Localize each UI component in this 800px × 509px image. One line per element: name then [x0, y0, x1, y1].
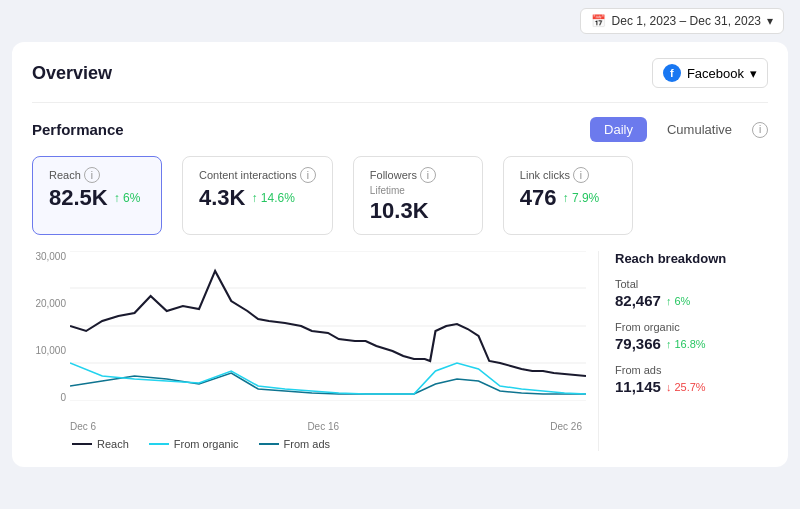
legend-organic: From organic [149, 438, 239, 450]
metric-reach: Reach i 82.5K ↑ 6% [32, 156, 162, 235]
breakdown-total-change: ↑ 6% [666, 295, 690, 307]
tab-daily[interactable]: Daily [590, 117, 647, 142]
link-clicks-change: ↑ 7.9% [563, 191, 600, 205]
breakdown-ads-label: From ads [615, 364, 768, 376]
metric-interactions: Content interactions i 4.3K ↑ 14.6% [182, 156, 333, 235]
performance-title: Performance [32, 121, 124, 138]
platform-selector[interactable]: f Facebook ▾ [652, 58, 768, 88]
main-card: Overview f Facebook ▾ Performance Daily … [12, 42, 788, 467]
metric-followers-label: Followers i [370, 167, 466, 183]
platform-chevron-icon: ▾ [750, 66, 757, 81]
performance-header: Performance Daily Cumulative i [32, 117, 768, 142]
metric-followers-value: 10.3K [370, 198, 466, 224]
overview-header: Overview f Facebook ▾ [32, 58, 768, 88]
metric-interactions-label: Content interactions i [199, 167, 316, 183]
x-label-dec6: Dec 6 [70, 421, 96, 432]
date-range-button[interactable]: 📅 Dec 1, 2023 – Dec 31, 2023 ▾ [580, 8, 784, 34]
top-bar: 📅 Dec 1, 2023 – Dec 31, 2023 ▾ [0, 0, 800, 42]
legend-organic-label: From organic [174, 438, 239, 450]
y-label-0: 0 [32, 392, 66, 403]
y-label-30k: 30,000 [32, 251, 66, 262]
legend-reach-label: Reach [97, 438, 129, 450]
breakdown-ads-change: ↓ 25.7% [666, 381, 706, 393]
facebook-icon: f [663, 64, 681, 82]
legend-organic-line [149, 443, 169, 445]
legend-ads-label: From ads [284, 438, 330, 450]
followers-info-icon[interactable]: i [420, 167, 436, 183]
breakdown-ads: From ads 11,145 ↓ 25.7% [615, 364, 768, 395]
tab-cumulative[interactable]: Cumulative [653, 117, 746, 142]
tab-group: Daily Cumulative i [590, 117, 768, 142]
breakdown-ads-value: 11,145 ↓ 25.7% [615, 378, 768, 395]
performance-section: Performance Daily Cumulative i Reach i 8… [32, 102, 768, 451]
legend-ads: From ads [259, 438, 330, 450]
followers-sublabel: Lifetime [370, 185, 466, 196]
overview-title: Overview [32, 63, 112, 84]
metric-link-clicks-label: Link clicks i [520, 167, 616, 183]
chart-area: 30,000 20,000 10,000 0 [32, 251, 768, 451]
y-label-20k: 20,000 [32, 298, 66, 309]
from-organic-line [70, 363, 586, 394]
x-label-dec26: Dec 26 [550, 421, 582, 432]
metric-followers: Followers i Lifetime 10.3K [353, 156, 483, 235]
breakdown-title: Reach breakdown [615, 251, 768, 266]
breakdown-total-value: 82,467 ↑ 6% [615, 292, 768, 309]
platform-label: Facebook [687, 66, 744, 81]
from-ads-line [70, 373, 586, 394]
x-label-dec16: Dec 16 [307, 421, 339, 432]
breakdown-organic-label: From organic [615, 321, 768, 333]
reach-breakdown: Reach breakdown Total 82,467 ↑ 6% From o… [598, 251, 768, 451]
chart-legend: Reach From organic From ads [32, 438, 586, 450]
reach-info-icon[interactable]: i [84, 167, 100, 183]
reach-line [70, 271, 586, 376]
date-range-label: Dec 1, 2023 – Dec 31, 2023 [612, 14, 761, 28]
legend-reach-line [72, 443, 92, 445]
breakdown-total: Total 82,467 ↑ 6% [615, 278, 768, 309]
info-icon[interactable]: i [752, 122, 768, 138]
metric-link-clicks: Link clicks i 476 ↑ 7.9% [503, 156, 633, 235]
chevron-down-icon: ▾ [767, 14, 773, 28]
calendar-icon: 📅 [591, 14, 606, 28]
chart-svg [70, 251, 586, 401]
metric-link-clicks-value: 476 ↑ 7.9% [520, 185, 616, 211]
reach-change: ↑ 6% [114, 191, 141, 205]
chart-container: 30,000 20,000 10,000 0 [32, 251, 586, 451]
breakdown-organic: From organic 79,366 ↑ 16.8% [615, 321, 768, 352]
y-label-10k: 10,000 [32, 345, 66, 356]
metric-interactions-value: 4.3K ↑ 14.6% [199, 185, 316, 211]
metric-reach-value: 82.5K ↑ 6% [49, 185, 145, 211]
interactions-change: ↑ 14.6% [251, 191, 294, 205]
legend-reach: Reach [72, 438, 129, 450]
metrics-row: Reach i 82.5K ↑ 6% Content interactions … [32, 156, 768, 235]
metric-reach-label: Reach i [49, 167, 145, 183]
breakdown-total-label: Total [615, 278, 768, 290]
legend-ads-line [259, 443, 279, 445]
interactions-info-icon[interactable]: i [300, 167, 316, 183]
link-clicks-info-icon[interactable]: i [573, 167, 589, 183]
breakdown-organic-change: ↑ 16.8% [666, 338, 706, 350]
breakdown-organic-value: 79,366 ↑ 16.8% [615, 335, 768, 352]
